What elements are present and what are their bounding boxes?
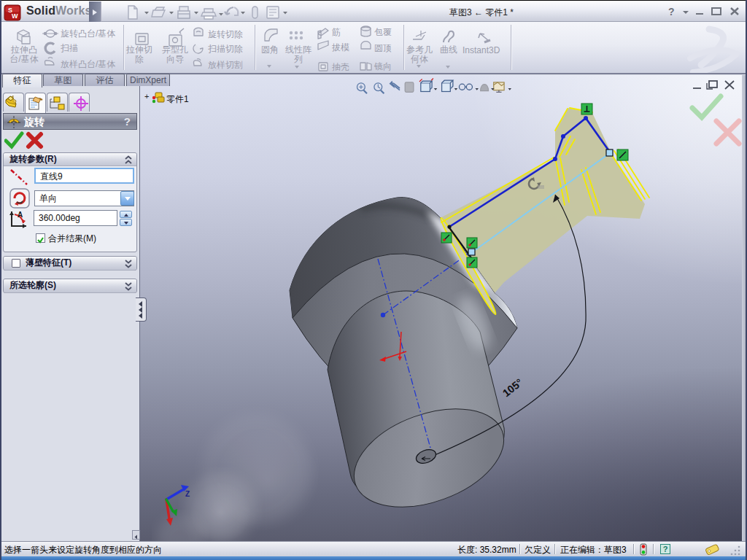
svg-text:W: W bbox=[12, 12, 18, 20]
svg-text:零件1: 零件1 bbox=[166, 94, 189, 104]
svg-text:?: ? bbox=[668, 6, 675, 18]
svg-text:A: A bbox=[18, 211, 23, 219]
svg-text:+: + bbox=[144, 92, 149, 101]
svg-text:105°: 105° bbox=[500, 376, 525, 399]
svg-text:Z: Z bbox=[185, 490, 190, 498]
